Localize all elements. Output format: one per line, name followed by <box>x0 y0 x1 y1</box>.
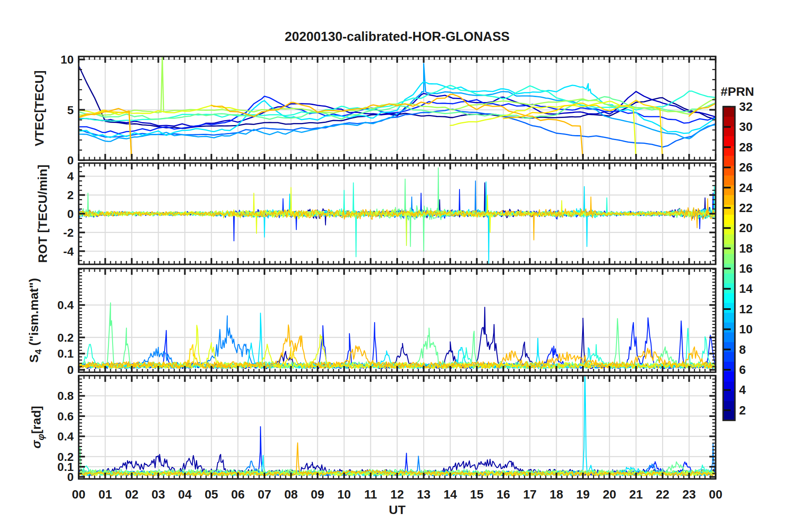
chart-title: 20200130-calibrated-HOR-GLONASS <box>79 29 716 44</box>
colorbar-block-prn-23 <box>723 195 735 205</box>
y-axis-label-vtec: VTEC[TECU] <box>32 70 46 146</box>
colorbar-tick-label: 16 <box>739 262 752 275</box>
y-tick-label-vtec: 5 <box>67 104 74 117</box>
x-tick-label: 12 <box>390 488 404 501</box>
colorbar-block-prn-17 <box>723 254 735 264</box>
figure-root: 20200130-calibrated-HOR-GLONASS 0510VTEC… <box>0 0 796 532</box>
y-tick-label-rot: -4 <box>63 245 74 258</box>
x-tick-label: 06 <box>231 488 244 501</box>
colorbar-block-prn-19 <box>723 234 735 244</box>
colorbar-block-prn-32 <box>723 107 735 117</box>
colorbar-tick-label: 26 <box>739 161 752 174</box>
x-tick-label: 09 <box>311 488 324 501</box>
chart-canvas: 0510VTEC[TECU]-4-2024ROT [TECU/min]00.10… <box>0 0 796 532</box>
panel-vtec: 0510VTEC[TECU] <box>32 53 716 167</box>
x-tick-label: 16 <box>497 488 510 501</box>
colorbar-block-prn-29 <box>723 136 735 146</box>
x-tick-label: 02 <box>125 488 139 501</box>
colorbar-block-prn-3 <box>723 391 735 401</box>
y-tick-label-rot: -2 <box>63 226 74 239</box>
x-tick-label: 05 <box>205 488 218 501</box>
y-tick-label-rot: 4 <box>67 170 74 183</box>
colorbar-block-prn-8 <box>723 342 735 352</box>
x-tick-label: 00 <box>72 488 85 501</box>
x-axis-title: UT <box>79 503 716 517</box>
x-tick-label: 10 <box>337 488 351 501</box>
colorbar-tick-label: 28 <box>739 141 752 154</box>
colorbar-block-prn-10 <box>723 322 735 332</box>
x-tick-label: 19 <box>576 488 590 501</box>
x-tick-label: 17 <box>523 488 537 501</box>
colorbar-tick-label: 18 <box>739 242 752 255</box>
colorbar-block-prn-31 <box>723 116 735 126</box>
y-axis-label-sigma-phi: σφ[rad] <box>29 406 46 448</box>
x-tick-label: 08 <box>284 488 298 501</box>
panel-rot: -4-2024ROT [TECU/min] <box>36 163 716 265</box>
colorbar: 2468101214161820222426283032 <box>723 100 752 421</box>
y-tick-label-vtec: 0 <box>67 154 74 167</box>
x-tick-label: 11 <box>364 488 377 501</box>
colorbar-block-prn-15 <box>723 273 735 283</box>
colorbar-tick-label: 22 <box>739 201 752 215</box>
colorbar-title: #PRN <box>709 84 766 99</box>
colorbar-tick-label: 6 <box>739 363 746 376</box>
colorbar-tick-label: 2 <box>739 404 746 417</box>
colorbar-block-prn-22 <box>723 205 735 215</box>
x-tick-label: 14 <box>444 488 457 501</box>
colorbar-tick-label: 14 <box>739 282 752 295</box>
y-tick-label-sigma-phi: 0.8 <box>57 389 74 402</box>
colorbar-block-prn-27 <box>723 156 735 166</box>
colorbar-tick-label: 4 <box>739 383 746 396</box>
x-tick-label: 18 <box>549 488 563 501</box>
y-tick-label-s4: 0.4 <box>57 299 74 312</box>
colorbar-block-prn-24 <box>723 185 735 195</box>
y-tick-label-rot: 0 <box>67 207 74 220</box>
y-tick-label-sigma-phi: 0.4 <box>57 430 74 443</box>
y-tick-label-sigma-phi: 0.6 <box>57 410 74 423</box>
y-tick-label-vtec: 10 <box>61 53 74 66</box>
y-tick-label-rot: 2 <box>67 189 74 202</box>
colorbar-block-prn-25 <box>723 175 735 185</box>
x-tick-label: 03 <box>151 488 165 501</box>
y-axis-label-rot: ROT [TECU/min] <box>36 165 49 263</box>
colorbar-tick-label: 30 <box>739 120 752 133</box>
colorbar-block-prn-1 <box>723 411 735 421</box>
colorbar-block-prn-9 <box>723 332 735 342</box>
panel-sigma-phi: 00.10.20.40.60.8σφ[rad]00010203040506070… <box>29 376 722 501</box>
y-tick-label-s4: 0.2 <box>57 331 74 344</box>
y-tick-label-s4: 0 <box>67 363 74 376</box>
x-tick-label: 22 <box>656 488 669 501</box>
colorbar-block-prn-30 <box>723 126 735 136</box>
colorbar-tick-label: 20 <box>739 221 752 235</box>
x-tick-label: 21 <box>629 488 643 501</box>
colorbar-block-prn-20 <box>723 224 735 234</box>
colorbar-block-prn-11 <box>723 312 735 322</box>
x-tick-label: 23 <box>682 488 696 501</box>
colorbar-tick-label: 8 <box>739 343 746 356</box>
colorbar-block-prn-7 <box>723 352 735 362</box>
colorbar-block-prn-21 <box>723 215 735 225</box>
x-tick-label: 00 <box>709 488 722 501</box>
y-axis-label-s4: S4 ("ism.mat") <box>27 278 44 363</box>
y-tick-label-s4: 0.1 <box>57 347 74 360</box>
colorbar-block-prn-5 <box>723 371 735 381</box>
colorbar-block-prn-2 <box>723 401 735 411</box>
colorbar-tick-label: 10 <box>739 322 752 336</box>
colorbar-block-prn-12 <box>723 303 735 313</box>
colorbar-tick-label: 12 <box>739 302 752 316</box>
colorbar-tick-label: 32 <box>739 100 752 113</box>
x-tick-label: 15 <box>470 488 483 501</box>
x-tick-label: 04 <box>178 488 192 501</box>
colorbar-tick-label: 24 <box>739 181 752 194</box>
y-tick-label-sigma-phi: 0.2 <box>57 450 74 463</box>
panel-s4: 00.10.20.4S4 ("ism.mat") <box>27 269 716 376</box>
x-tick-label: 20 <box>603 488 616 501</box>
x-tick-label: 07 <box>258 488 271 501</box>
x-tick-label: 01 <box>98 488 112 501</box>
colorbar-block-prn-13 <box>723 293 735 303</box>
x-tick-label: 13 <box>417 488 430 501</box>
